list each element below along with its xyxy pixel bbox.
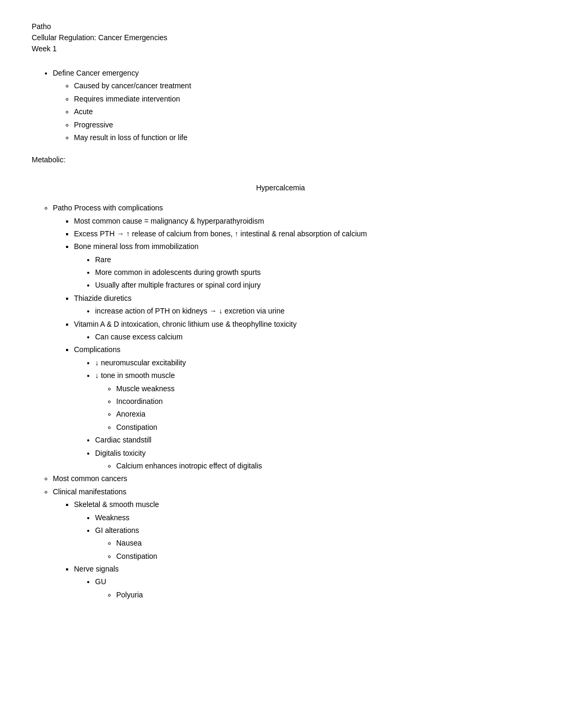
list-item: May result in loss of function or life — [74, 132, 529, 143]
bone-mineral-children: Rare More common in adolescents during g… — [74, 254, 529, 291]
list-item: Thiazide diuretics increase action of PT… — [74, 292, 529, 317]
list-item: Vitamin A & D intoxication, chronic lith… — [74, 318, 529, 343]
list-item: Usually after multiple fractures or spin… — [95, 279, 529, 291]
define-cancer-emergency-label: Define Cancer emergency — [53, 69, 139, 77]
list-item: Constipation — [116, 550, 529, 562]
digitalis-children: Calcium enhances inotropic effect of dig… — [95, 460, 529, 472]
list-item: Digitalis toxicity Calcium enhances inot… — [95, 447, 529, 472]
list-item: Cardiac standstill — [95, 434, 529, 446]
patho-process-item: Patho Process with complications Most co… — [53, 202, 529, 472]
level2-additional-list: Most common cancers Clinical manifestati… — [32, 473, 529, 601]
gu-children: Polyuria — [95, 589, 529, 601]
list-item: Define Cancer emergency Caused by cancer… — [53, 67, 529, 143]
hypercalcemia-heading: Hypercalcemia — [32, 182, 529, 193]
list-item: Acute — [74, 106, 529, 117]
main-bullet-list: Define Cancer emergency Caused by cancer… — [32, 67, 529, 143]
patho-process-children: Most common cause = malignancy & hyperpa… — [53, 215, 529, 472]
nerve-signals-children: GU Polyuria — [74, 576, 529, 601]
list-item: ↓ neuromuscular excitability — [95, 357, 529, 368]
patho-process-label: Patho Process with complications — [53, 204, 163, 212]
clinical-manifestations-children: Skeletal & smooth muscle Weakness GI alt… — [53, 499, 529, 601]
complications-children: ↓ neuromuscular excitability ↓ tone in s… — [74, 357, 529, 472]
list-item: Constipation — [116, 421, 529, 433]
list-item: More common in adolescents during growth… — [95, 266, 529, 278]
list-item: Bone mineral loss from immobilization Ra… — [74, 241, 529, 291]
list-item: Anorexia — [116, 408, 529, 420]
most-common-cancers-item: Most common cancers — [53, 473, 529, 484]
vitamin-children: Can cause excess calcium — [74, 331, 529, 343]
list-item: Skeletal & smooth muscle Weakness GI alt… — [74, 499, 529, 562]
list-item: Caused by cancer/cancer treatment — [74, 80, 529, 91]
list-item: Nerve signals GU Polyuria — [74, 563, 529, 601]
smooth-muscle-children: Muscle weakness Incoordination Anorexia … — [95, 383, 529, 434]
header-line1: Patho — [32, 21, 529, 32]
gi-alterations-children: Nausea Constipation — [95, 537, 529, 562]
list-item: Excess PTH → ↑ release of calcium from b… — [74, 228, 529, 239]
header-line3: Week 1 — [32, 43, 529, 54]
list-item: Nausea — [116, 537, 529, 549]
excess-pth-text: Excess PTH → ↑ release of calcium from b… — [74, 229, 367, 238]
list-item: Rare — [95, 254, 529, 265]
list-item: Calcium enhances inotropic effect of dig… — [116, 460, 529, 472]
metabolic-label: Metabolic: — [32, 154, 529, 165]
list-item: Progressive — [74, 119, 529, 131]
list-item: GI alterations Nausea Constipation — [95, 524, 529, 562]
header-section: Patho Cellular Regulation: Cancer Emerge… — [32, 21, 529, 54]
header-line2: Cellular Regulation: Cancer Emergencies — [32, 32, 529, 43]
clinical-manifestations-item: Clinical manifestations Skeletal & smoot… — [53, 486, 529, 601]
list-item: Most common cause = malignancy & hyperpa… — [74, 215, 529, 227]
list-item: Muscle weakness — [116, 383, 529, 394]
list-item: Weakness — [95, 512, 529, 523]
list-item: increase action of PTH on kidneys → ↓ ex… — [95, 305, 529, 317]
list-item: GU Polyuria — [95, 576, 529, 601]
list-item: Can cause excess calcium — [95, 331, 529, 343]
list-item: Polyuria — [116, 589, 529, 601]
list-item: ↓ tone in smooth muscle Muscle weakness … — [95, 370, 529, 433]
list-item: Complications ↓ neuromuscular excitabili… — [74, 344, 529, 472]
list-item: Requires immediate intervention — [74, 93, 529, 105]
skeletal-children: Weakness GI alterations Nausea Constipat… — [74, 512, 529, 563]
thiazide-children: increase action of PTH on kidneys → ↓ ex… — [74, 305, 529, 317]
define-cancer-children: Caused by cancer/cancer treatment Requir… — [53, 80, 529, 143]
patho-process-list: Patho Process with complications Most co… — [32, 202, 529, 472]
list-item: Incoordination — [116, 395, 529, 407]
